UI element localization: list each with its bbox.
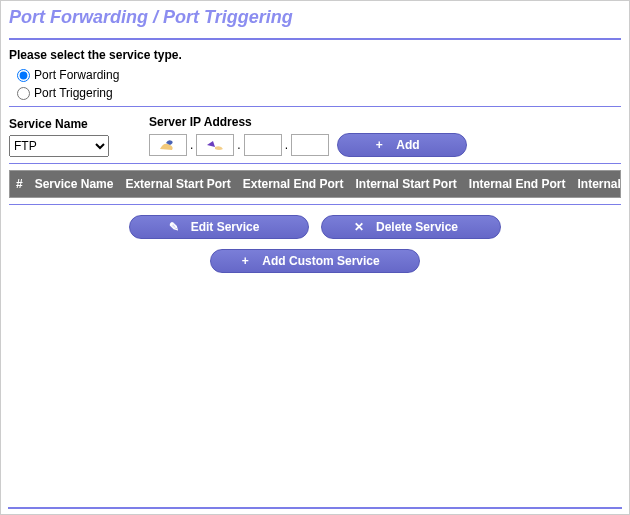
col-internal: Internal bbox=[578, 177, 621, 191]
divider bbox=[9, 204, 621, 205]
radio-port-forwarding-input[interactable] bbox=[17, 69, 30, 82]
radio-port-forwarding-label: Port Forwarding bbox=[34, 68, 119, 82]
add-custom-service-button[interactable]: + Add Custom Service bbox=[210, 249, 420, 273]
ip-octet-4[interactable] bbox=[291, 134, 329, 156]
add-button[interactable]: + Add bbox=[337, 133, 467, 157]
divider bbox=[9, 106, 621, 107]
divider bbox=[8, 507, 622, 509]
close-icon: ✕ bbox=[348, 220, 370, 234]
plus-icon: + bbox=[368, 138, 390, 152]
ip-dot: . bbox=[284, 138, 289, 152]
service-name-label: Service Name bbox=[9, 117, 109, 131]
pencil-icon: ✎ bbox=[163, 220, 185, 234]
ip-octet-2[interactable] bbox=[196, 134, 234, 156]
radio-port-forwarding[interactable]: Port Forwarding bbox=[17, 68, 621, 82]
ip-octet-1[interactable] bbox=[149, 134, 187, 156]
page-title: Port Forwarding / Port Triggering bbox=[9, 7, 621, 28]
ip-dot: . bbox=[236, 138, 241, 152]
add-button-label: Add bbox=[396, 138, 419, 152]
services-table-header: # Service Name External Start Port Exter… bbox=[9, 170, 621, 198]
radio-port-triggering-label: Port Triggering bbox=[34, 86, 113, 100]
server-ip-label: Server IP Address bbox=[149, 115, 467, 129]
edit-service-button[interactable]: ✎ Edit Service bbox=[129, 215, 309, 239]
add-custom-service-label: Add Custom Service bbox=[262, 254, 379, 268]
divider bbox=[9, 163, 621, 164]
delete-service-button[interactable]: ✕ Delete Service bbox=[321, 215, 501, 239]
radio-port-triggering-input[interactable] bbox=[17, 87, 30, 100]
radio-port-triggering[interactable]: Port Triggering bbox=[17, 86, 621, 100]
service-name-select[interactable]: FTP bbox=[9, 135, 109, 157]
col-service-name: Service Name bbox=[35, 177, 114, 191]
server-ip-group: . . . + Add bbox=[149, 133, 467, 157]
col-int-end: Internal End Port bbox=[469, 177, 566, 191]
delete-service-label: Delete Service bbox=[376, 220, 458, 234]
ip-octet-3[interactable] bbox=[244, 134, 282, 156]
col-ext-start: External Start Port bbox=[125, 177, 230, 191]
edit-service-label: Edit Service bbox=[191, 220, 260, 234]
ip-dot: . bbox=[189, 138, 194, 152]
col-ext-end: External End Port bbox=[243, 177, 344, 191]
plus-icon: + bbox=[234, 254, 256, 268]
service-type-prompt: Please select the service type. bbox=[9, 48, 621, 62]
col-index: # bbox=[16, 177, 23, 191]
divider bbox=[9, 38, 621, 40]
col-int-start: Internal Start Port bbox=[355, 177, 456, 191]
